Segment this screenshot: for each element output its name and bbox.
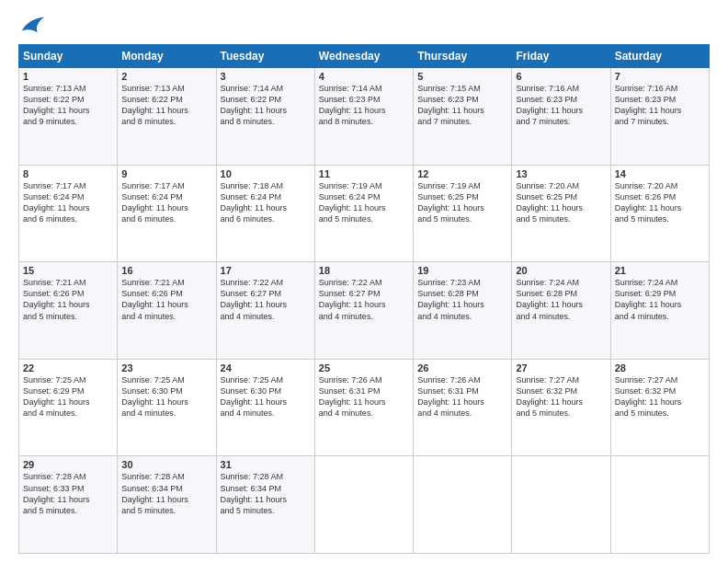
day-cell: 22Sunrise: 7:25 AM Sunset: 6:29 PM Dayli… [19,359,118,456]
day-info: Sunrise: 7:24 AM Sunset: 6:28 PM Dayligh… [516,277,606,322]
day-cell: 25Sunrise: 7:26 AM Sunset: 6:31 PM Dayli… [314,359,413,456]
week-row-3: 15Sunrise: 7:21 AM Sunset: 6:26 PM Dayli… [19,262,710,360]
day-cell: 18Sunrise: 7:22 AM Sunset: 6:27 PM Dayli… [314,262,413,360]
day-cell: 31Sunrise: 7:28 AM Sunset: 6:34 PM Dayli… [216,456,314,554]
day-cell: 13Sunrise: 7:20 AM Sunset: 6:25 PM Dayli… [512,165,610,262]
logo-bird-icon [20,15,46,35]
day-info: Sunrise: 7:19 AM Sunset: 6:25 PM Dayligh… [417,180,507,225]
day-cell [610,456,709,554]
day-number: 4 [319,71,409,82]
day-cell: 17Sunrise: 7:22 AM Sunset: 6:27 PM Dayli… [216,262,314,360]
day-cell: 10Sunrise: 7:18 AM Sunset: 6:24 PM Dayli… [216,165,314,262]
day-cell: 11Sunrise: 7:19 AM Sunset: 6:24 PM Dayli… [314,165,413,262]
day-cell: 5Sunrise: 7:15 AM Sunset: 6:23 PM Daylig… [414,68,512,166]
day-info: Sunrise: 7:19 AM Sunset: 6:24 PM Dayligh… [319,180,409,225]
day-info: Sunrise: 7:18 AM Sunset: 6:24 PM Dayligh… [221,180,311,225]
day-number: 24 [221,362,311,373]
day-number: 2 [121,71,211,82]
week-row-4: 22Sunrise: 7:25 AM Sunset: 6:29 PM Dayli… [19,359,710,456]
day-cell: 9Sunrise: 7:17 AM Sunset: 6:24 PM Daylig… [118,165,216,262]
day-info: Sunrise: 7:24 AM Sunset: 6:29 PM Dayligh… [615,277,705,322]
day-cell: 19Sunrise: 7:23 AM Sunset: 6:28 PM Dayli… [414,262,512,360]
day-number: 7 [615,71,705,82]
day-number: 21 [615,265,705,276]
day-cell: 20Sunrise: 7:24 AM Sunset: 6:28 PM Dayli… [512,262,610,360]
day-cell: 7Sunrise: 7:16 AM Sunset: 6:23 PM Daylig… [610,68,709,166]
week-row-1: 1Sunrise: 7:13 AM Sunset: 6:22 PM Daylig… [19,68,710,166]
day-info: Sunrise: 7:23 AM Sunset: 6:28 PM Dayligh… [417,277,507,322]
day-number: 31 [221,459,311,470]
day-info: Sunrise: 7:14 AM Sunset: 6:22 PM Dayligh… [221,83,311,128]
day-number: 10 [221,168,311,179]
day-cell: 3Sunrise: 7:14 AM Sunset: 6:22 PM Daylig… [216,68,314,166]
day-number: 22 [23,362,113,373]
day-number: 11 [319,168,409,179]
calendar-table: SundayMondayTuesdayWednesdayThursdayFrid… [18,44,710,554]
day-info: Sunrise: 7:21 AM Sunset: 6:26 PM Dayligh… [121,277,211,322]
day-number: 14 [615,168,705,179]
header-day-friday: Friday [512,45,610,68]
day-cell: 15Sunrise: 7:21 AM Sunset: 6:26 PM Dayli… [19,262,118,360]
day-number: 5 [417,71,507,82]
day-number: 20 [516,265,606,276]
day-cell: 6Sunrise: 7:16 AM Sunset: 6:23 PM Daylig… [512,68,610,166]
day-number: 17 [221,265,311,276]
header-day-saturday: Saturday [610,45,709,68]
day-number: 6 [516,71,606,82]
day-number: 13 [516,168,606,179]
day-info: Sunrise: 7:14 AM Sunset: 6:23 PM Dayligh… [319,83,409,128]
day-cell: 4Sunrise: 7:14 AM Sunset: 6:23 PM Daylig… [314,68,413,166]
day-info: Sunrise: 7:22 AM Sunset: 6:27 PM Dayligh… [319,277,409,322]
header-day-thursday: Thursday [414,45,512,68]
day-number: 18 [319,265,409,276]
page: SundayMondayTuesdayWednesdayThursdayFrid… [0,0,728,563]
day-info: Sunrise: 7:25 AM Sunset: 6:30 PM Dayligh… [121,374,211,419]
day-info: Sunrise: 7:17 AM Sunset: 6:24 PM Dayligh… [121,180,211,225]
day-number: 23 [121,362,211,373]
day-info: Sunrise: 7:26 AM Sunset: 6:31 PM Dayligh… [417,374,507,419]
day-info: Sunrise: 7:16 AM Sunset: 6:23 PM Dayligh… [615,83,705,128]
header [18,15,710,35]
header-row: SundayMondayTuesdayWednesdayThursdayFrid… [19,45,710,68]
day-cell: 23Sunrise: 7:25 AM Sunset: 6:30 PM Dayli… [118,359,216,456]
header-day-wednesday: Wednesday [314,45,413,68]
day-info: Sunrise: 7:17 AM Sunset: 6:24 PM Dayligh… [23,180,113,225]
day-info: Sunrise: 7:27 AM Sunset: 6:32 PM Dayligh… [516,374,606,419]
day-info: Sunrise: 7:27 AM Sunset: 6:32 PM Dayligh… [615,374,705,419]
day-info: Sunrise: 7:25 AM Sunset: 6:30 PM Dayligh… [221,374,311,419]
day-number: 30 [121,459,211,470]
day-number: 15 [23,265,113,276]
day-cell: 1Sunrise: 7:13 AM Sunset: 6:22 PM Daylig… [19,68,118,166]
day-cell: 8Sunrise: 7:17 AM Sunset: 6:24 PM Daylig… [19,165,118,262]
day-info: Sunrise: 7:26 AM Sunset: 6:31 PM Dayligh… [319,374,409,419]
week-row-2: 8Sunrise: 7:17 AM Sunset: 6:24 PM Daylig… [19,165,710,262]
day-number: 16 [121,265,211,276]
day-info: Sunrise: 7:22 AM Sunset: 6:27 PM Dayligh… [221,277,311,322]
logo [18,15,46,35]
day-info: Sunrise: 7:15 AM Sunset: 6:23 PM Dayligh… [417,83,507,128]
day-cell: 14Sunrise: 7:20 AM Sunset: 6:26 PM Dayli… [610,165,709,262]
day-info: Sunrise: 7:28 AM Sunset: 6:34 PM Dayligh… [221,471,311,516]
day-info: Sunrise: 7:16 AM Sunset: 6:23 PM Dayligh… [516,83,606,128]
week-row-5: 29Sunrise: 7:28 AM Sunset: 6:33 PM Dayli… [19,456,710,554]
day-info: Sunrise: 7:20 AM Sunset: 6:25 PM Dayligh… [516,180,606,225]
day-cell: 30Sunrise: 7:28 AM Sunset: 6:34 PM Dayli… [118,456,216,554]
day-info: Sunrise: 7:20 AM Sunset: 6:26 PM Dayligh… [615,180,705,225]
day-number: 1 [23,71,113,82]
header-day-sunday: Sunday [19,45,118,68]
day-info: Sunrise: 7:25 AM Sunset: 6:29 PM Dayligh… [23,374,113,419]
day-cell [512,456,610,554]
day-number: 26 [417,362,507,373]
day-number: 19 [417,265,507,276]
day-cell: 29Sunrise: 7:28 AM Sunset: 6:33 PM Dayli… [19,456,118,554]
day-info: Sunrise: 7:28 AM Sunset: 6:34 PM Dayligh… [121,471,211,516]
day-info: Sunrise: 7:13 AM Sunset: 6:22 PM Dayligh… [121,83,211,128]
day-cell [414,456,512,554]
day-cell: 26Sunrise: 7:26 AM Sunset: 6:31 PM Dayli… [414,359,512,456]
day-cell: 24Sunrise: 7:25 AM Sunset: 6:30 PM Dayli… [216,359,314,456]
day-info: Sunrise: 7:13 AM Sunset: 6:22 PM Dayligh… [23,83,113,128]
day-number: 28 [615,362,705,373]
day-number: 8 [23,168,113,179]
day-cell: 28Sunrise: 7:27 AM Sunset: 6:32 PM Dayli… [610,359,709,456]
header-day-tuesday: Tuesday [216,45,314,68]
